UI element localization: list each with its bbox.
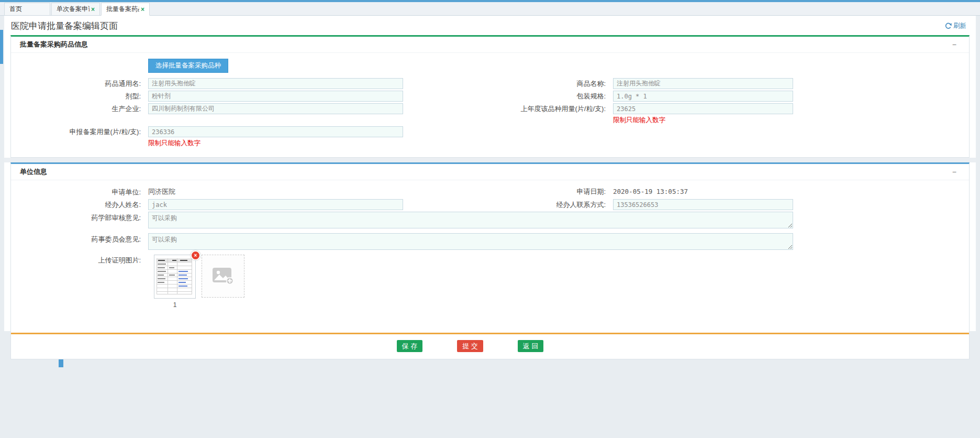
tab-close-icon[interactable]: × (141, 6, 144, 13)
tab-home[interactable]: 首页 (4, 3, 50, 16)
declared-usage-input[interactable] (148, 126, 403, 137)
drug-panel-title: 批量备案采购药品信息 (20, 40, 88, 49)
declared-usage-hint: 限制只能输入数字 (148, 139, 201, 148)
product-name-input[interactable] (613, 78, 793, 89)
tab-label: 单次备案申请页 (57, 5, 90, 14)
generic-name-input[interactable] (148, 78, 403, 89)
drug-panel-header: 批量备案采购药品信息 − (11, 37, 969, 53)
agent-name-label: 经办人姓名: (11, 199, 145, 210)
committee-opinion-label: 药事委员会意见: (11, 233, 145, 243)
agent-contact-input[interactable] (613, 199, 793, 210)
unit-info-panel: 单位信息 − 申请单位: 同济医院 申请日期: 2020-05-19 13:05… (10, 162, 970, 359)
agent-contact-label: 经办人联系方式: (413, 199, 610, 210)
agent-name-input[interactable] (148, 199, 403, 210)
last-year-usage-input[interactable] (613, 103, 793, 114)
footer-buttons: 保 存 提 交 返 回 (11, 334, 969, 359)
select-variety-button[interactable]: 选择批量备案采购品种 (148, 59, 228, 73)
refresh-button[interactable]: 刷新 (945, 21, 966, 30)
drug-form: 选择批量备案采购品种 药品通用名: 商品名称: 剂型: 包装规格: (11, 53, 969, 157)
panel-gap (4, 158, 976, 162)
submit-button[interactable]: 提 交 (457, 340, 483, 352)
delete-icon: × (194, 253, 197, 258)
certificate-table-image (155, 256, 194, 297)
tab-close-icon[interactable]: × (91, 6, 95, 13)
declared-usage-label: 申报备案用量(片/粒/支): (11, 126, 145, 137)
manufacturer-label: 生产企业: (11, 103, 145, 114)
page-title: 医院申请批量备案编辑页面 (11, 20, 118, 32)
tab-single-record[interactable]: 单次备案申请页 × (51, 3, 100, 16)
drug-info-panel: 批量备案采购药品信息 − 选择批量备案采购品种 药品通用名: 商品名称: 剂型: (10, 35, 970, 158)
committee-opinion-textarea[interactable]: 可以采购 (148, 233, 793, 250)
apply-date-label: 申请日期: (413, 186, 610, 197)
upload-images-label: 上传证明图片: (11, 255, 145, 266)
unit-panel-title: 单位信息 (20, 167, 47, 177)
collapse-minus-icon[interactable]: − (948, 40, 961, 49)
pharmacy-opinion-textarea[interactable]: 可以采购 (148, 212, 793, 228)
thumbnail-list: × 1 (154, 255, 244, 309)
save-button[interactable]: 保 存 (397, 340, 423, 352)
main-content: 医院申请批量备案编辑页面 刷新 批量备案采购药品信息 − 选择批量备案采购品种 … (4, 16, 976, 331)
unit-panel-header: 单位信息 − (11, 164, 969, 180)
last-year-usage-label: 上年度该品种用量(片/粒/支): (413, 103, 610, 114)
package-spec-label: 包装规格: (413, 91, 610, 102)
tab-label: 首页 (9, 5, 45, 14)
apply-unit-label: 申请单位: (11, 187, 145, 198)
tab-batch-record[interactable]: 批量备案药品页 × (101, 3, 150, 16)
collapse-minus-icon[interactable]: − (948, 168, 961, 176)
tab-bar: 首页 单次备案申请页 × 批量备案药品页 × (0, 2, 980, 16)
unit-form: 申请单位: 同济医院 申请日期: 2020-05-19 13:05:37 经办人… (11, 180, 969, 318)
back-button[interactable]: 返 回 (518, 340, 544, 352)
tab-label: 批量备案药品页 (106, 5, 139, 14)
dosage-form-label: 剂型: (11, 91, 145, 102)
bottom-scrollbar-fragment (59, 359, 63, 367)
generic-name-label: 药品通用名: (11, 78, 145, 89)
page-header: 医院申请批量备案编辑页面 刷新 (4, 16, 976, 35)
manufacturer-input[interactable] (148, 103, 403, 114)
delete-image-button[interactable]: × (191, 250, 201, 260)
last-year-usage-hint: 限制只能输入数字 (613, 116, 665, 125)
package-spec-input[interactable] (613, 91, 793, 102)
certificate-thumbnail[interactable] (154, 255, 196, 299)
product-name-label: 商品名称: (413, 78, 610, 89)
refresh-label: 刷新 (953, 21, 966, 30)
image-index: 1 (154, 301, 196, 309)
left-scrollbar-fragment (0, 30, 3, 64)
apply-date-value: 2020-05-19 13:05:37 (613, 188, 688, 195)
refresh-icon (945, 23, 952, 29)
dosage-form-input[interactable] (148, 91, 403, 102)
image-add-icon (212, 267, 234, 285)
pharmacy-opinion-label: 药学部审核意见: (11, 212, 145, 222)
uploaded-image-item: × 1 (154, 255, 196, 309)
apply-unit-value: 同济医院 (148, 186, 175, 198)
add-image-placeholder[interactable] (202, 255, 244, 298)
